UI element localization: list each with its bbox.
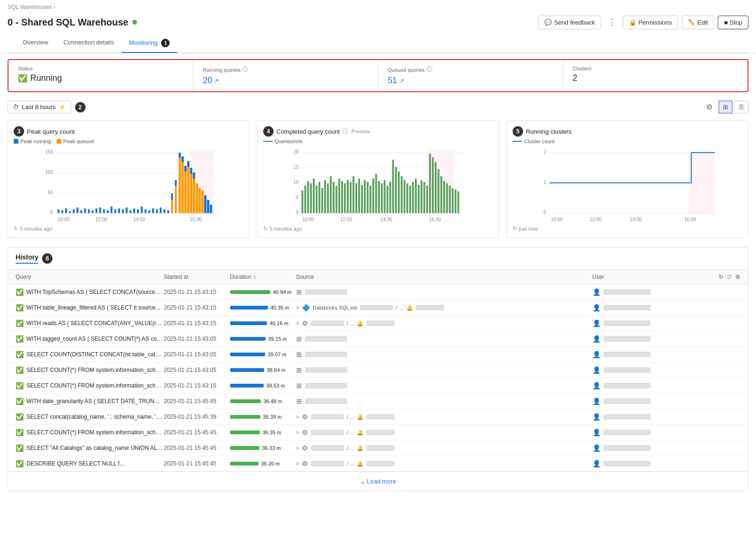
svg-rect-83 bbox=[318, 182, 320, 213]
table-row[interactable]: ✅ SELECT COUNT(*) FROM system.informatio… bbox=[8, 378, 748, 394]
table-row[interactable]: ✅ WITH table_lineage_filtered AS ( SELEC… bbox=[8, 300, 748, 316]
completed-query-info-icon[interactable]: ⓘ bbox=[343, 128, 348, 136]
duration-bar-fill bbox=[230, 446, 259, 450]
svg-rect-128 bbox=[446, 183, 448, 213]
svg-rect-53 bbox=[193, 179, 195, 213]
breadcrumb[interactable]: SQL Warehouses › bbox=[8, 4, 748, 10]
source-type-icon: ⊞ bbox=[296, 382, 302, 389]
svg-rect-87 bbox=[330, 176, 332, 213]
duration-bar-fill bbox=[230, 431, 260, 434]
tab-connection[interactable]: Connection details bbox=[56, 34, 121, 53]
page-title: 0 - Shared SQL Warehouse bbox=[8, 17, 137, 28]
completed-query-svg: 20 15 10 5 0 bbox=[263, 148, 493, 224]
query-text: ✅ SELECT "All Catalogs" as catalog_name … bbox=[16, 444, 164, 452]
table-row[interactable]: ✅ WITH date_granularity AS ( SELECT DATE… bbox=[8, 394, 748, 409]
breadcrumb-parent[interactable]: SQL Warehouses bbox=[8, 4, 52, 10]
breadcrumb-separator: › bbox=[53, 4, 55, 10]
completed-query-refresh: ↻ 5 minutes ago bbox=[263, 225, 493, 232]
time-selector[interactable]: ⏱ Last 8 hours ⚡ bbox=[8, 101, 71, 113]
source-cell: ⊞ bbox=[296, 351, 593, 358]
svg-text:100: 100 bbox=[45, 170, 53, 175]
load-more-button[interactable]: ⌄ Load more bbox=[8, 472, 748, 491]
svg-text:1: 1 bbox=[543, 180, 546, 185]
svg-rect-33 bbox=[148, 210, 150, 213]
query-column-header: Query bbox=[16, 274, 164, 280]
chart-badge-3: 3 bbox=[14, 126, 24, 137]
query-text: ✅ SELECT COUNT(DISTINCT CONCAT(ist.table… bbox=[16, 351, 164, 358]
source-cell: ⊞ bbox=[296, 335, 593, 343]
started-at: 2025-01-21 15:43:15 bbox=[164, 304, 230, 311]
send-feedback-button[interactable]: 💬 Send feedback bbox=[538, 16, 601, 29]
table-row[interactable]: ✅ DESCRIBE QUERY SELECT NULL f... 2025-0… bbox=[8, 456, 748, 472]
user-cell: 👤 bbox=[593, 335, 741, 343]
table-row[interactable]: ✅ SELECT COUNT(*) FROM system.informatio… bbox=[8, 425, 748, 440]
table-row[interactable]: ✅ WITH reads AS ( SELECT CONCAT(ANY_VALU… bbox=[8, 316, 748, 331]
svg-text:16:00: 16:00 bbox=[190, 217, 202, 222]
table-row[interactable]: ✅ SELECT concat(catalog_name, '.', schem… bbox=[8, 409, 748, 425]
edit-button[interactable]: ✏️ Edit bbox=[682, 16, 714, 29]
clock-icon: ⏱ bbox=[13, 103, 19, 111]
svg-text:14:00: 14:00 bbox=[380, 217, 392, 222]
svg-rect-105 bbox=[381, 183, 383, 213]
running-queries-info-icon[interactable]: ⓘ bbox=[242, 66, 248, 74]
edit-icon: ✏️ bbox=[688, 19, 696, 26]
svg-rect-17 bbox=[88, 209, 90, 213]
success-icon: ✅ bbox=[16, 366, 24, 374]
svg-text:Jan 21, 2025: Jan 21, 2025 bbox=[110, 223, 137, 224]
user-icon: 👤 bbox=[593, 304, 601, 311]
running-check-icon: ✅ bbox=[18, 74, 27, 83]
chart-settings-button[interactable]: ⚙ bbox=[702, 100, 717, 114]
status-value: ✅ Running bbox=[18, 73, 183, 83]
lock-icon: 🔒 bbox=[629, 19, 636, 26]
svg-rect-116 bbox=[412, 182, 414, 213]
svg-rect-26 bbox=[122, 209, 124, 213]
refresh-icon-3: ↻ bbox=[513, 225, 517, 232]
chart-view-grid-button[interactable]: ⊞ bbox=[719, 101, 732, 113]
table-row[interactable]: ✅ WITH TopSchemas AS ( SELECT CONCAT(sou… bbox=[8, 284, 748, 300]
table-row[interactable]: ✅ SELECT "All Catalogs" as catalog_name … bbox=[8, 440, 748, 456]
svg-rect-13 bbox=[73, 209, 75, 213]
tab-overview[interactable]: Overview bbox=[15, 34, 56, 53]
duration-value: 40.16 m bbox=[270, 320, 289, 326]
table-header: Query Started at Duration ↕ Source User … bbox=[8, 270, 748, 284]
table-settings-icon[interactable]: ⚙ bbox=[735, 274, 740, 280]
duration-column-header[interactable]: Duration ↕ bbox=[230, 274, 296, 280]
table-row[interactable]: ✅ WITH tagged_count AS ( SELECT COUNT(*)… bbox=[8, 331, 748, 347]
user-icon: 👤 bbox=[593, 413, 601, 421]
queued-queries-value[interactable]: 51 ↗ bbox=[388, 76, 553, 86]
chart-view-list-button[interactable]: ☰ bbox=[734, 101, 748, 113]
more-options-button[interactable]: ⋮ bbox=[605, 14, 619, 30]
svg-rect-86 bbox=[327, 183, 329, 213]
svg-rect-117 bbox=[415, 179, 417, 213]
query-text: ✅ WITH table_lineage_filtered AS ( SELEC… bbox=[16, 304, 164, 311]
success-icon: ✅ bbox=[16, 288, 24, 296]
stop-button[interactable]: ■ Stop bbox=[718, 16, 748, 29]
refresh-table-icon[interactable]: ↻ bbox=[719, 274, 723, 280]
duration-bar-fill bbox=[230, 368, 264, 372]
query-text: ✅ WITH date_granularity AS ( SELECT DATE… bbox=[16, 397, 164, 405]
duration-value: 36.48 m bbox=[264, 398, 283, 404]
tab-monitoring[interactable]: Monitoring 1 bbox=[121, 34, 177, 53]
source-cell: ⊞ bbox=[296, 288, 593, 296]
permissions-button[interactable]: 🔒 Permissions bbox=[623, 16, 678, 29]
table-row[interactable]: ✅ SELECT COUNT(*) FROM system.informatio… bbox=[8, 362, 748, 378]
feedback-icon: 💬 bbox=[544, 19, 552, 26]
table-row[interactable]: ✅ SELECT COUNT(DISTINCT CONCAT(ist.table… bbox=[8, 347, 748, 362]
success-icon: ✅ bbox=[16, 382, 24, 389]
queued-queries-info-icon[interactable]: ⓘ bbox=[427, 66, 432, 74]
svg-rect-35 bbox=[156, 209, 158, 213]
peak-query-svg: 150 100 50 0 bbox=[14, 148, 243, 224]
chart-controls: ⏱ Last 8 hours ⚡ 2 ⚙ ⊞ ☰ bbox=[8, 100, 748, 114]
source-type-icon: ⊞ bbox=[296, 366, 302, 374]
username bbox=[603, 414, 651, 420]
duration-bar-fill bbox=[230, 384, 264, 388]
source-cell: > ⚙ / ...🔔 bbox=[296, 460, 593, 467]
queries-min-color bbox=[263, 141, 273, 142]
username bbox=[603, 320, 651, 326]
query-text: ✅ SELECT concat(catalog_name, '.', schem… bbox=[16, 413, 164, 421]
filter-icon[interactable]: ▽ bbox=[727, 274, 731, 280]
duration-bar: 36.48 m bbox=[230, 398, 296, 404]
running-queries-value[interactable]: 20 ↗ bbox=[203, 76, 368, 86]
peak-query-title: 3 Peak query count bbox=[14, 126, 243, 137]
source-type-icon: ⊞ bbox=[296, 397, 302, 405]
